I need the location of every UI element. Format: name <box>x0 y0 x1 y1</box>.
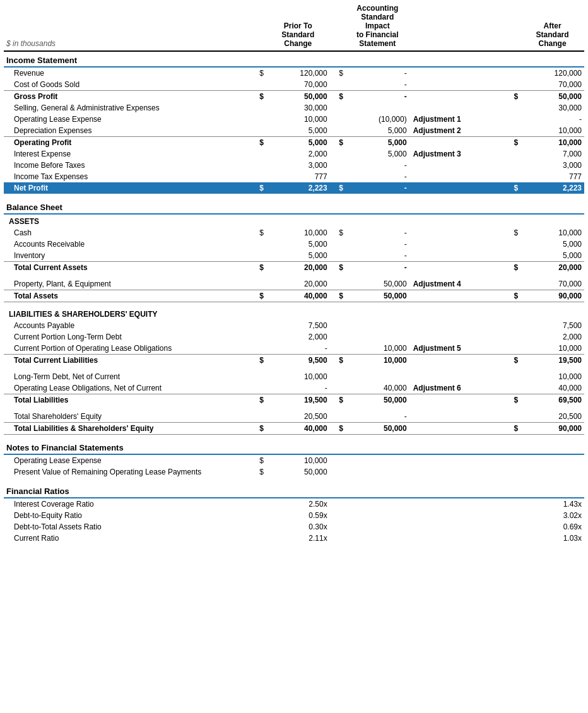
table-row: Total Current Assets$20,000$-$20,000 <box>4 262 584 274</box>
table-row: Total Liabilities$19,500$50,000$69,500 <box>4 394 584 406</box>
table-row: Depreciation Expenses5,0005,000Adjustmen… <box>4 125 584 137</box>
ratio-row: Current Ratio2.11x1.03x <box>4 533 584 544</box>
table-row: Total Assets$40,000$50,000$90,000 <box>4 290 584 302</box>
table-row: Revenue$120,000$-120,000 <box>4 67 584 79</box>
table-row: Total Shareholders' Equity20,500-20,500 <box>4 411 584 423</box>
currency-note: $ in thousands <box>4 3 250 51</box>
ratio-row: Debt-to-Total Assets Ratio0.30x0.69x <box>4 521 584 533</box>
table-row: Long-Term Debt, Net of Current10,00010,0… <box>4 371 584 382</box>
notes-row: Operating Lease Expense$10,000 <box>4 454 584 466</box>
table-row: Income Tax Expenses777-777 <box>4 171 584 182</box>
table-row: Income Before Taxes3,000-3,000 <box>4 160 584 171</box>
section-header: Income Statement <box>4 51 584 67</box>
table-row: Property, Plant, & Equipment20,00050,000… <box>4 278 584 290</box>
table-row: Accounts Receivable5,000-5,000 <box>4 239 584 250</box>
ratio-row: Debt-to-Equity Ratio0.59x3.02x <box>4 510 584 521</box>
section-header: Balance Sheet <box>4 199 584 214</box>
ratio-row: Interest Coverage Ratio2.50x1.43x <box>4 498 584 510</box>
table-row: Cash$10,000$-$10,000 <box>4 227 584 239</box>
table-row: Interest Expense2,0005,000Adjustment 37,… <box>4 148 584 160</box>
table-header: $ in thousands Prior ToStandard Change A… <box>4 3 584 51</box>
table-row: Accounts Payable7,5007,500 <box>4 320 584 331</box>
table-row: Selling, General & Administrative Expens… <box>4 102 584 114</box>
prior-header: Prior ToStandard Change <box>266 3 330 51</box>
adj-header: Accounting Standard Impactto Financial S… <box>346 3 409 51</box>
table-row: Cost of Goods Sold70,000-70,000 <box>4 79 584 91</box>
table-row: Total Current Liabilities$9,500$10,000$1… <box>4 354 584 366</box>
table-row: Operating Lease Expense10,000(10,000)Adj… <box>4 114 584 125</box>
section-header: Financial Ratios <box>4 483 584 498</box>
after-header: AfterStandard Change <box>520 3 584 51</box>
financial-statement: $ in thousands Prior ToStandard Change A… <box>0 0 588 546</box>
sub-header: ASSETS <box>4 214 584 227</box>
table-row: Total Liabilities & Shareholders' Equity… <box>4 422 584 434</box>
table-row: Current Portion Long-Term Debt2,0002,000 <box>4 331 584 343</box>
notes-row: Present Value of Remaining Operating Lea… <box>4 466 584 478</box>
table-row: Operating Lease Obligations, Net of Curr… <box>4 382 584 394</box>
section-header: Notes to Financial Statements <box>4 439 584 454</box>
spacer <box>4 366 584 371</box>
table-row: Gross Profit$50,000$-$50,000 <box>4 91 584 103</box>
spacer <box>4 406 584 411</box>
spacer <box>4 273 584 278</box>
table-row: Inventory5,000-5,000 <box>4 250 584 262</box>
table-row: Current Portion of Operating Lease Oblig… <box>4 343 584 355</box>
table-row: Net Profit$2,223$-$2,223 <box>4 182 584 194</box>
sub-header: LIABILITIES & SHAREHOLDERS' EQUITY <box>4 307 584 320</box>
table-row: Operating Profit$5,000$5,000$10,000 <box>4 137 584 149</box>
